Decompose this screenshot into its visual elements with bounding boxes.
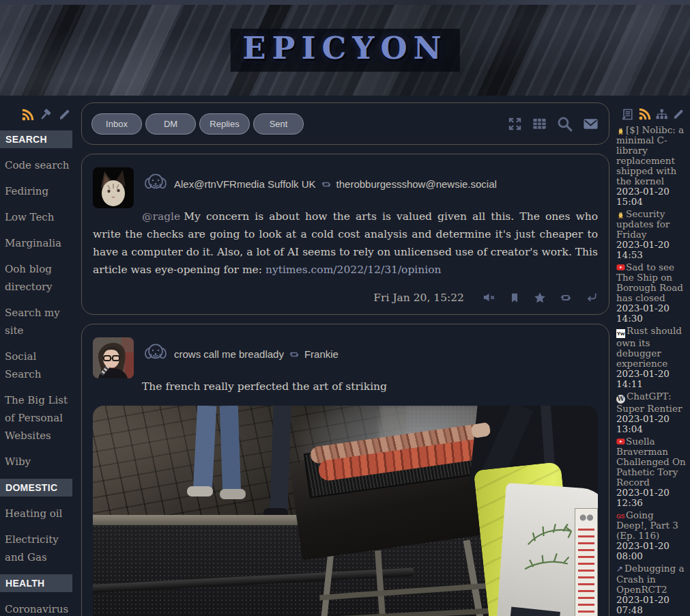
post-2: crows call me breadladyFrankie The frenc… (81, 324, 609, 616)
penguin-icon (616, 126, 625, 135)
sidebar-link-ooh-blog-directory[interactable]: Ooh blog directory (0, 260, 76, 296)
newswire-date: 2023-01-20 13:04 (616, 414, 687, 434)
rss-feed-icon[interactable] (21, 109, 34, 122)
newswire-date: 2023-01-20 14:53 (616, 240, 687, 260)
newswire-title[interactable]: Sad to see The Ship on Borough Road has … (616, 262, 683, 303)
sidebar-link-social-search[interactable]: Social Search (0, 348, 76, 383)
gs-favicon-icon: GS (616, 513, 624, 520)
tab-dm[interactable]: DM (145, 113, 196, 135)
newswire-column: [$] Nolibc: a minimal C-library replacem… (614, 96, 690, 616)
post-link[interactable]: nytimes.com/2022/12/31/opinion (265, 264, 442, 276)
media-grid-icon[interactable] (532, 116, 547, 132)
post-timestamp[interactable]: Fri Jan 20, 15:22 (373, 292, 464, 304)
newswire-date: 2023-01-20 15:04 (616, 186, 687, 207)
boost-source-handle[interactable]: Frankie (304, 348, 339, 360)
post-image-street-grill[interactable] (93, 406, 598, 616)
newswire-title[interactable]: ChatGPT: Super Rentier (616, 391, 682, 414)
sidebar-link-wiby[interactable]: Wiby (0, 453, 76, 471)
expand-icon[interactable] (507, 116, 523, 132)
photo-sign-text (578, 528, 594, 616)
youtube-icon (616, 263, 625, 272)
sidebar-link-fediring[interactable]: Fediring (0, 182, 76, 200)
sidebar-link-low-tech[interactable]: Low Tech (0, 208, 76, 226)
post-text: The french really perfected the art of s… (142, 380, 387, 393)
edit-links-pen-icon[interactable] (58, 109, 71, 122)
sidebar-link-search-my-site[interactable]: Search my site (0, 304, 76, 339)
star-like-icon[interactable] (533, 291, 547, 305)
timeline-header: Inbox DM Replies Sent (81, 102, 609, 145)
sidebar-section-header-search: SEARCH (0, 130, 72, 148)
tab-sent[interactable]: Sent (253, 113, 304, 135)
boost-icon (316, 178, 336, 191)
newswire-date: 2023-01-20 14:11 (616, 369, 687, 389)
timeline: Inbox DM Replies Sent Alex@rtnVFRmedia S… (76, 96, 614, 616)
sidebar-link-code-search[interactable]: Code search (0, 156, 76, 174)
newswire-title[interactable]: Suella Braverman Challenged On Pathetic … (616, 436, 686, 488)
newswire-title[interactable]: [$] Nolibc: a minimal C-library replacem… (616, 124, 684, 186)
photo-dark-leg (270, 406, 291, 514)
search-icon[interactable] (556, 115, 573, 132)
photo-sign-logos (579, 512, 594, 523)
sidebar-link-big-list-personal-websites[interactable]: The Big List of Personal Websites (0, 391, 76, 445)
timeline-header-icons (507, 115, 599, 132)
bookmark-icon[interactable] (508, 292, 521, 304)
mention-link[interactable]: @ragle (142, 210, 180, 223)
document-lines-icon[interactable] (621, 108, 634, 121)
link-arrow-icon: ↗ (616, 564, 623, 574)
photo-sneaker (220, 489, 246, 499)
avatar-cat[interactable] (93, 167, 134, 208)
newswire-item: Security updates for Friday2023-01-20 14… (616, 209, 687, 260)
photo-jeans-leg (220, 406, 242, 494)
hammer-icon[interactable] (39, 108, 53, 122)
newswire-date: 2023-01-20 14:30 (616, 303, 687, 324)
edit-newswire-pen-icon[interactable] (672, 109, 685, 121)
newswire-item: GSGoing Deep!, Part 3 (Ep. 116)2023-01-2… (616, 510, 687, 561)
newswire-item: Sad to see The Ship on Borough Road has … (616, 262, 687, 324)
newswire-title[interactable]: Going Deep!, Part 3 (Ep. 116) (616, 509, 678, 541)
post-1-header: Alex@rtnVFRmedia Suffolk UKtherobburgess… (93, 164, 598, 197)
tab-replies[interactable]: Replies (199, 113, 250, 135)
hashtag-categories-sitemap-icon[interactable] (655, 108, 668, 121)
post-2-header: crows call me breadladyFrankie (93, 334, 598, 367)
post-1-body: @ragleMy concern is about how the arts i… (93, 208, 598, 279)
person-options-dog-icon[interactable] (142, 178, 174, 191)
sidebar-link-electricity-and-gas[interactable]: Electricity and Gas (0, 531, 76, 566)
mute-icon[interactable] (482, 290, 496, 305)
newswire-title[interactable]: Debugging a Crash in OpenRCT2 (616, 563, 685, 595)
person-options-dog-icon[interactable] (142, 348, 174, 361)
newswire-item: WChatGPT: Super Rentier2023-01-20 13:04 (616, 391, 687, 434)
newswire-toolbar (616, 96, 687, 125)
left-links-column: SEARCH Code search Fediring Low Tech Mar… (0, 96, 76, 616)
sidebar-link-coronavirus-statistics[interactable]: Coronavirus statistics (0, 600, 76, 616)
boost-source-handle[interactable]: therobburgessshow@newsie.social (336, 178, 497, 190)
post-author-handle[interactable]: crows call me breadlady (174, 348, 284, 360)
newswire-item: [$] Nolibc: a minimal C-library replacem… (616, 125, 687, 207)
post-2-body: The french really perfected the art of s… (93, 378, 598, 395)
penguin-icon (616, 210, 625, 219)
post-1-footer: Fri Jan 20, 15:22 (93, 290, 598, 305)
post-author-handle[interactable]: Alex@rtnVFRmedia Suffolk UK (174, 178, 316, 190)
tab-inbox[interactable]: Inbox (91, 113, 142, 135)
post-1: Alex@rtnVFRmedia Suffolk UKtherobburgess… (81, 154, 609, 315)
repeat-boost-icon[interactable] (559, 291, 573, 305)
sidebar-section-header-health: HEALTH (0, 574, 72, 592)
newswire-item: YwRust should own its debugger experienc… (616, 326, 687, 389)
site-logo[interactable]: EPICYON (230, 29, 459, 72)
newswire-item: ↗Debugging a Crash in OpenRCT22023-01-20… (616, 563, 687, 615)
mail-envelope-icon[interactable] (582, 116, 599, 132)
sidebar-link-marginalia[interactable]: Marginalia (0, 234, 76, 252)
page-columns: SEARCH Code search Fediring Low Tech Mar… (0, 96, 690, 616)
profile-banner[interactable]: EPICYON (0, 0, 690, 96)
sidebar-section-header-domestic: DOMESTIC (0, 479, 72, 496)
reply-icon[interactable] (585, 291, 598, 304)
photo-sneaker (187, 486, 213, 496)
rss-feed-icon[interactable] (638, 108, 651, 121)
photo-protest-sign (575, 508, 598, 616)
left-column-toolbar (0, 96, 76, 129)
sidebar-link-heating-oil[interactable]: Heating oil (0, 505, 76, 522)
newswire-date: 2023-01-20 12:36 (616, 488, 687, 508)
newswire-date: 2023-01-20 07:48 (616, 595, 687, 615)
avatar-woman[interactable] (93, 337, 134, 378)
newswire-title[interactable]: Rust should own its debugger experience (616, 325, 682, 369)
youtube-icon (616, 437, 625, 446)
